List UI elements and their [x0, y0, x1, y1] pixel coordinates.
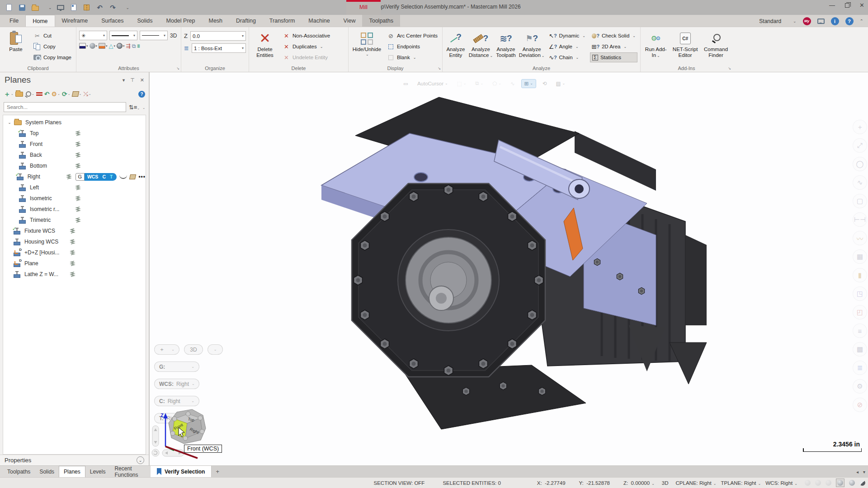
tab-list-dropdown-icon[interactable]: ▾: [863, 469, 865, 474]
associativity-icon[interactable]: [69, 239, 75, 245]
plane-row-right[interactable]: ✓RightGWCSCT•••: [3, 171, 146, 182]
tab-surfaces[interactable]: Surfaces: [94, 15, 130, 27]
analyze-toolpath-button[interactable]: ≋? Analyze Toolpath: [495, 29, 516, 64]
add-plane-button[interactable]: ＋⌄: [4, 90, 14, 99]
associativity-icon[interactable]: [69, 228, 75, 234]
tab-toolpaths[interactable]: Toolpaths: [362, 15, 400, 27]
paste-button[interactable]: Paste: [3, 29, 29, 64]
analyze-dynamic-button[interactable]: ↖?Dynamic⌄: [547, 31, 587, 41]
associativity-icon[interactable]: [75, 184, 81, 191]
plane-row-housing-wcs[interactable]: Housing WCS: [3, 236, 146, 247]
plane-settings-button[interactable]: ⚙⌄: [51, 90, 60, 98]
shading-hidden-icon[interactable]: [815, 480, 821, 486]
quickmask-surfaces-icon[interactable]: 〰: [853, 231, 867, 245]
select-rotate-icon[interactable]: ⟲: [540, 80, 550, 88]
plane-row-lathe-z-w[interactable]: Lathe Z = W...: [3, 269, 146, 280]
associativity-icon[interactable]: [75, 195, 81, 202]
mesh-color-chip[interactable]: △▾: [109, 42, 116, 49]
quickmask-colors-icon[interactable]: ◰: [853, 305, 867, 319]
properties-expand-icon[interactable]: ⌄: [137, 456, 144, 464]
quickmask-labels-icon[interactable]: ≡: [853, 324, 867, 338]
tab-home[interactable]: Home: [25, 15, 55, 27]
model-3d-motor-assembly[interactable]: [150, 72, 867, 465]
wcs-status[interactable]: WCS: Right⌄: [765, 480, 797, 486]
shading-wireframe-icon[interactable]: [805, 480, 811, 486]
select-solids-icon[interactable]: ▧⌄: [553, 80, 568, 88]
analyze-chain-button[interactable]: ∿?Chain⌄: [547, 52, 587, 62]
quickmask-clear-icon[interactable]: ⊘: [853, 398, 867, 412]
undo-icon[interactable]: ↶: [95, 3, 104, 12]
undelete-entity-button[interactable]: ✕Undelete Entity: [281, 52, 332, 62]
quickmask-points-icon[interactable]: ＋: [853, 120, 867, 134]
collapse-ribbon-icon[interactable]: ⌃: [860, 19, 863, 23]
analyze-deviation-button[interactable]: ⚑? Analyze Deviation⌄: [519, 29, 545, 64]
duplicates-button[interactable]: ✕Duplicates⌄: [281, 42, 332, 52]
hide-eye-icon[interactable]: [119, 175, 127, 179]
panel-tab-recent-functions[interactable]: Recent Functions: [110, 466, 151, 477]
info-icon[interactable]: i: [831, 17, 839, 25]
geometry-badge[interactable]: G: [75, 173, 85, 181]
filter-button[interactable]: ⌄: [142, 104, 145, 110]
statistics-button[interactable]: ΣStatistics: [590, 52, 637, 62]
associativity-icon[interactable]: [75, 152, 81, 158]
associativity-icon[interactable]: [75, 206, 81, 212]
plane-row-isometric-r[interactable]: Isometric r...: [3, 204, 146, 215]
view-gizmo[interactable]: Z Top Front Right Front (WCS): [151, 405, 237, 464]
display-dialog-launcher-icon[interactable]: ↘: [438, 66, 441, 70]
non-associative-button[interactable]: ✕Non-Associative: [281, 31, 332, 41]
find-plane-button[interactable]: ⌄: [25, 91, 34, 97]
tab-scroll-left-icon[interactable]: ◂: [856, 469, 859, 474]
shading-translucent-icon[interactable]: [859, 480, 865, 486]
shading-outline-icon[interactable]: [826, 480, 831, 486]
plane-display-icon[interactable]: [129, 174, 136, 179]
plane-row-front[interactable]: Front: [3, 139, 146, 150]
save-icon[interactable]: [18, 3, 27, 12]
net-script-editor-button[interactable]: C# NET-Script Editor: [671, 29, 699, 64]
z-coordinate[interactable]: Z: 0.00000⌄: [623, 480, 655, 486]
undo-plane-button[interactable]: ↶: [44, 90, 50, 98]
tab-machine[interactable]: Machine: [302, 15, 336, 27]
associativity-icon[interactable]: [75, 130, 81, 136]
edit-document-icon[interactable]: [69, 3, 78, 12]
plane-row-plane[interactable]: DPlane: [3, 258, 146, 269]
quickmask-measure-icon[interactable]: ⊢⊣: [853, 212, 867, 227]
panel-close-icon[interactable]: ✕: [140, 77, 144, 83]
delete-entities-button[interactable]: ✕ Delete Entities: [252, 29, 278, 64]
select-entities-toggle[interactable]: ⊞⌄: [521, 79, 536, 88]
planes-help-icon[interactable]: ?: [138, 91, 145, 98]
command-finder-button[interactable]: Command Finder: [702, 29, 730, 64]
panel-tab-solids[interactable]: Solids: [35, 466, 59, 477]
redo-icon[interactable]: ↷: [108, 3, 118, 12]
set-attributes-icon[interactable]: ⇶: [126, 43, 131, 49]
graphics-viewport[interactable]: ▭ AutoCursor⌄ ⬚⌄ ⧉⌄ ⬠⌄ ∿ ⊞⌄ ⟲ ▧⌄ ＋⌄ 3D ⌄…: [150, 72, 868, 465]
gview-add-button[interactable]: ＋⌄: [154, 344, 179, 355]
minimize-button[interactable]: —: [829, 2, 835, 9]
section-view-status[interactable]: SECTION VIEW: OFF: [374, 480, 425, 486]
plane-row-d-z-housi[interactable]: D+D+Z [Housi...: [3, 247, 146, 258]
match-attributes-icon[interactable]: ⧉: [132, 43, 136, 49]
material-chip[interactable]: ▾: [117, 43, 125, 49]
plane-row-top[interactable]: ✓Top: [3, 128, 146, 139]
quickmask-splines-icon[interactable]: ∿: [853, 175, 867, 190]
properties-bar[interactable]: Properties ⌄: [0, 455, 149, 465]
plane-row-isometric[interactable]: Isometric: [3, 193, 146, 204]
attributes-dialog-launcher-icon[interactable]: ↘: [176, 66, 179, 70]
associativity-icon[interactable]: [75, 141, 81, 147]
open-dropdown-icon[interactable]: ⌄: [44, 0, 52, 15]
copy-image-button[interactable]: Copy Image: [32, 52, 73, 62]
shading-shaded-selected-icon[interactable]: [836, 479, 844, 487]
restore-button[interactable]: [845, 3, 849, 8]
feedback-icon[interactable]: [817, 19, 825, 24]
plane-row-trimetric[interactable]: Trimetric: [3, 215, 146, 225]
more-options-icon[interactable]: •••: [138, 174, 146, 180]
wireframe-color-chip[interactable]: ▾: [79, 43, 88, 49]
sort-button[interactable]: ⇅≡⌄: [129, 104, 140, 111]
gview-dropdown[interactable]: ⌄: [208, 344, 223, 355]
display-options-button[interactable]: ⌄: [72, 91, 82, 97]
combo-wcs[interactable]: WCS:Right⌄: [154, 379, 199, 389]
shading-shaded-edges-icon[interactable]: [849, 480, 855, 486]
plane-row-left[interactable]: Left: [3, 182, 146, 193]
select-mode-icon[interactable]: ⬚⌄: [454, 80, 469, 88]
close-button[interactable]: ✕: [859, 2, 864, 9]
planes-search-input[interactable]: [4, 102, 126, 112]
